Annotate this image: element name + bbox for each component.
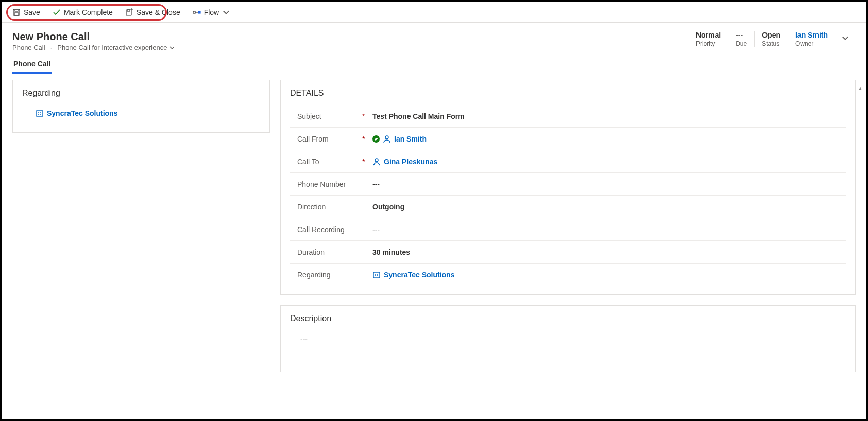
flow-icon (193, 8, 201, 16)
entity-name: Phone Call (12, 44, 45, 51)
chevron-down-icon (169, 45, 175, 51)
form-selector[interactable]: Phone Call for Interactive experience (57, 44, 175, 51)
scroll-up-arrow[interactable]: ▲ (858, 85, 863, 92)
svg-point-8 (385, 136, 388, 139)
chevron-down-icon (841, 34, 849, 42)
separator-dot (49, 44, 54, 51)
account-icon (372, 271, 381, 279)
field-call-recording-label: Call Recording (290, 225, 362, 234)
field-call-from-value: Ian Smith (394, 135, 427, 143)
save-label: Save (24, 8, 40, 16)
form-body: Regarding SyncraTec Solutions DETAILS Su… (2, 74, 866, 413)
form-tabs: Phone Call (2, 51, 866, 74)
regarding-lookup-value: SyncraTec Solutions (47, 109, 117, 117)
chevron-down-icon (222, 8, 230, 16)
field-call-from[interactable]: Call From * Ian Smith (290, 128, 846, 150)
required-indicator: * (362, 157, 372, 166)
field-call-to-label: Call To (290, 157, 362, 166)
details-card-title: DETAILS (290, 89, 846, 98)
svg-point-9 (375, 159, 378, 162)
field-duration-value: 30 minutes (372, 248, 846, 256)
stat-owner-value: Ian Smith (795, 31, 828, 39)
stat-status-label: Status (762, 40, 780, 47)
regarding-lookup[interactable]: SyncraTec Solutions (22, 105, 260, 124)
tab-phone-call[interactable]: Phone Call (12, 57, 52, 74)
svg-rect-4 (127, 10, 130, 11)
required-indicator: * (362, 112, 372, 120)
description-card: Description --- (280, 305, 856, 372)
stat-due-value: --- (736, 31, 747, 39)
field-direction[interactable]: Direction Outgoing (290, 196, 846, 218)
contact-icon (372, 157, 381, 166)
stat-owner[interactable]: Ian Smith Owner (788, 31, 835, 47)
flow-label: Flow (204, 8, 219, 16)
form-header: New Phone Call Phone Call Phone Call for… (2, 23, 866, 51)
field-subject[interactable]: Subject * Test Phone Call Main Form (290, 105, 846, 128)
description-value[interactable]: --- (290, 330, 846, 363)
check-icon (53, 8, 61, 16)
form-selector-label: Phone Call for Interactive experience (57, 44, 167, 51)
required-indicator: * (362, 135, 372, 143)
page-title: New Phone Call (12, 31, 175, 43)
field-call-to[interactable]: Call To * Gina Pleskunas (290, 150, 846, 173)
save-close-label: Save & Close (137, 8, 180, 16)
svg-rect-1 (15, 9, 18, 11)
stat-priority[interactable]: Normal Priority (689, 31, 728, 47)
field-call-from-label: Call From (290, 135, 362, 143)
field-subject-value: Test Phone Call Main Form (372, 112, 846, 120)
field-call-recording-value: --- (372, 225, 846, 234)
person-icon (383, 135, 391, 143)
field-call-recording[interactable]: Call Recording --- (290, 218, 846, 241)
field-phone-number[interactable]: Phone Number --- (290, 173, 846, 196)
save-icon (12, 8, 21, 16)
description-card-title: Description (290, 314, 846, 323)
save-button[interactable]: Save (7, 6, 45, 19)
field-duration-label: Duration (290, 248, 362, 256)
field-direction-value: Outgoing (372, 203, 846, 211)
field-call-to-value: Gina Pleskunas (384, 157, 437, 166)
svg-rect-6 (198, 11, 200, 13)
field-regarding[interactable]: Regarding SyncraTec Solutions (290, 264, 846, 286)
field-regarding-label: Regarding (290, 271, 362, 279)
stat-priority-label: Priority (696, 40, 721, 47)
stat-due[interactable]: --- Due (728, 31, 754, 47)
svg-rect-7 (37, 111, 43, 116)
field-phone-number-label: Phone Number (290, 180, 362, 188)
field-direction-label: Direction (290, 203, 362, 211)
save-close-button[interactable]: Save & Close (120, 6, 185, 19)
stat-status-value: Open (762, 31, 780, 39)
verified-icon (372, 135, 380, 143)
field-phone-number-value: --- (372, 180, 846, 188)
save-close-icon (125, 8, 133, 16)
field-subject-label: Subject (290, 112, 362, 120)
mark-complete-button[interactable]: Mark Complete (47, 6, 118, 19)
mark-complete-label: Mark Complete (64, 8, 113, 16)
header-expand-button[interactable] (835, 31, 856, 47)
stat-status[interactable]: Open Status (754, 31, 788, 47)
command-bar: Save Mark Complete Save & Close Flow (2, 2, 866, 23)
stat-owner-label: Owner (795, 40, 828, 47)
regarding-card: Regarding SyncraTec Solutions (12, 80, 270, 133)
tab-phone-call-label: Phone Call (13, 60, 50, 68)
stat-priority-value: Normal (696, 31, 721, 39)
details-card: DETAILS Subject * Test Phone Call Main F… (280, 80, 856, 295)
field-regarding-value: SyncraTec Solutions (384, 271, 454, 279)
stat-due-label: Due (736, 40, 747, 47)
account-icon (36, 109, 44, 117)
flow-button[interactable]: Flow (188, 6, 236, 19)
header-stats: Normal Priority --- Due Open Status Ian … (689, 31, 856, 47)
regarding-card-title: Regarding (22, 89, 260, 98)
svg-rect-10 (373, 272, 380, 278)
svg-rect-5 (193, 11, 195, 13)
svg-rect-2 (14, 13, 19, 15)
field-duration[interactable]: Duration 30 minutes (290, 241, 846, 264)
